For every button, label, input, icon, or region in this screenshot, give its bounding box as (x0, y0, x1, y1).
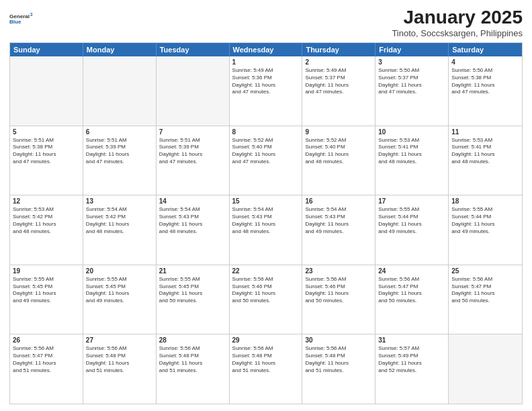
calendar-cell: 7Sunrise: 5:51 AM Sunset: 5:39 PM Daylig… (157, 126, 230, 195)
cell-info: Sunrise: 5:51 AM Sunset: 5:38 PM Dayligh… (13, 137, 80, 166)
logo: General Blue (9, 7, 34, 31)
calendar-cell: 9Sunrise: 5:52 AM Sunset: 5:40 PM Daylig… (302, 126, 375, 195)
cell-info: Sunrise: 5:50 AM Sunset: 5:37 PM Dayligh… (378, 67, 445, 96)
svg-text:Blue: Blue (9, 19, 21, 25)
day-number: 30 (305, 336, 372, 344)
cell-info: Sunrise: 5:53 AM Sunset: 5:41 PM Dayligh… (378, 137, 445, 166)
day-number: 3 (378, 58, 445, 66)
cell-info: Sunrise: 5:56 AM Sunset: 5:47 PM Dayligh… (451, 276, 519, 305)
calendar-cell: 21Sunrise: 5:55 AM Sunset: 5:45 PM Dayli… (157, 265, 230, 334)
calendar-cell: 11Sunrise: 5:53 AM Sunset: 5:41 PM Dayli… (449, 126, 522, 195)
cell-info: Sunrise: 5:49 AM Sunset: 5:37 PM Dayligh… (305, 67, 372, 96)
cell-info: Sunrise: 5:50 AM Sunset: 5:38 PM Dayligh… (451, 67, 519, 96)
header-day: Monday (83, 43, 157, 56)
day-number: 4 (451, 58, 519, 66)
cell-info: Sunrise: 5:55 AM Sunset: 5:44 PM Dayligh… (451, 206, 519, 235)
day-number: 5 (13, 128, 80, 136)
cell-info: Sunrise: 5:54 AM Sunset: 5:42 PM Dayligh… (86, 206, 153, 235)
day-number: 31 (378, 336, 445, 344)
cell-info: Sunrise: 5:53 AM Sunset: 5:42 PM Dayligh… (13, 206, 80, 235)
day-number: 2 (305, 58, 372, 66)
day-number: 11 (451, 128, 519, 136)
cell-info: Sunrise: 5:56 AM Sunset: 5:48 PM Dayligh… (305, 345, 372, 374)
header-day: Saturday (449, 43, 522, 56)
calendar: SundayMondayTuesdayWednesdayThursdayFrid… (9, 42, 523, 404)
calendar-cell: 30Sunrise: 5:56 AM Sunset: 5:48 PM Dayli… (302, 334, 375, 404)
title-block: January 2025 Tinoto, Soccsksargen, Phili… (392, 7, 523, 38)
calendar-cell: 27Sunrise: 5:56 AM Sunset: 5:48 PM Dayli… (83, 334, 157, 404)
calendar-cell: 1Sunrise: 5:49 AM Sunset: 5:36 PM Daylig… (230, 56, 303, 126)
calendar-body: 1Sunrise: 5:49 AM Sunset: 5:36 PM Daylig… (10, 56, 522, 404)
cell-info: Sunrise: 5:55 AM Sunset: 5:45 PM Dayligh… (86, 276, 153, 305)
day-number: 22 (232, 267, 300, 275)
day-number: 6 (86, 128, 153, 136)
header-day: Tuesday (157, 43, 230, 56)
cell-info: Sunrise: 5:56 AM Sunset: 5:47 PM Dayligh… (378, 276, 445, 305)
day-number: 7 (159, 128, 226, 136)
cell-info: Sunrise: 5:53 AM Sunset: 5:41 PM Dayligh… (451, 137, 519, 166)
calendar-cell: 10Sunrise: 5:53 AM Sunset: 5:41 PM Dayli… (375, 126, 449, 195)
calendar-row: 5Sunrise: 5:51 AM Sunset: 5:38 PM Daylig… (10, 126, 522, 196)
calendar-cell: 3Sunrise: 5:50 AM Sunset: 5:37 PM Daylig… (375, 56, 449, 126)
day-number: 24 (378, 267, 445, 275)
day-number: 27 (86, 336, 153, 344)
calendar-cell: 26Sunrise: 5:56 AM Sunset: 5:47 PM Dayli… (10, 334, 83, 404)
day-number: 16 (305, 197, 372, 205)
calendar-header: SundayMondayTuesdayWednesdayThursdayFrid… (10, 43, 522, 56)
cell-info: Sunrise: 5:56 AM Sunset: 5:48 PM Dayligh… (159, 345, 226, 374)
calendar-cell: 14Sunrise: 5:54 AM Sunset: 5:43 PM Dayli… (157, 195, 230, 265)
calendar-cell: 17Sunrise: 5:55 AM Sunset: 5:44 PM Dayli… (375, 195, 449, 265)
calendar-cell: 13Sunrise: 5:54 AM Sunset: 5:42 PM Dayli… (83, 195, 157, 265)
header-day: Friday (375, 43, 449, 56)
calendar-cell: 18Sunrise: 5:55 AM Sunset: 5:44 PM Dayli… (449, 195, 522, 265)
cell-info: Sunrise: 5:52 AM Sunset: 5:40 PM Dayligh… (305, 137, 372, 166)
calendar-cell (83, 56, 157, 126)
cell-info: Sunrise: 5:55 AM Sunset: 5:45 PM Dayligh… (159, 276, 226, 305)
calendar-cell (157, 56, 230, 126)
calendar-cell: 19Sunrise: 5:55 AM Sunset: 5:45 PM Dayli… (10, 265, 83, 334)
day-number: 20 (86, 267, 153, 275)
day-number: 18 (451, 197, 519, 205)
svg-marker-2 (30, 13, 34, 14)
header: General Blue January 2025 Tinoto, Soccsk… (9, 7, 523, 38)
header-day: Wednesday (230, 43, 303, 56)
calendar-cell: 29Sunrise: 5:56 AM Sunset: 5:48 PM Dayli… (230, 334, 303, 404)
calendar-cell: 24Sunrise: 5:56 AM Sunset: 5:47 PM Dayli… (375, 265, 449, 334)
calendar-cell (449, 334, 522, 404)
cell-info: Sunrise: 5:56 AM Sunset: 5:46 PM Dayligh… (305, 276, 372, 305)
day-number: 14 (159, 197, 226, 205)
cell-info: Sunrise: 5:52 AM Sunset: 5:40 PM Dayligh… (232, 137, 300, 166)
calendar-cell: 16Sunrise: 5:54 AM Sunset: 5:43 PM Dayli… (302, 195, 375, 265)
day-number: 25 (451, 267, 519, 275)
day-number: 12 (13, 197, 80, 205)
calendar-cell: 23Sunrise: 5:56 AM Sunset: 5:46 PM Dayli… (302, 265, 375, 334)
day-number: 26 (13, 336, 80, 344)
day-number: 21 (159, 267, 226, 275)
calendar-cell: 22Sunrise: 5:56 AM Sunset: 5:46 PM Dayli… (230, 265, 303, 334)
calendar-row: 12Sunrise: 5:53 AM Sunset: 5:42 PM Dayli… (10, 195, 522, 265)
day-number: 28 (159, 336, 226, 344)
calendar-cell: 6Sunrise: 5:51 AM Sunset: 5:39 PM Daylig… (83, 126, 157, 195)
day-number: 8 (232, 128, 300, 136)
calendar-cell: 15Sunrise: 5:54 AM Sunset: 5:43 PM Dayli… (230, 195, 303, 265)
calendar-row: 19Sunrise: 5:55 AM Sunset: 5:45 PM Dayli… (10, 265, 522, 335)
page-title: January 2025 (392, 7, 523, 28)
cell-info: Sunrise: 5:56 AM Sunset: 5:48 PM Dayligh… (232, 345, 300, 374)
day-number: 13 (86, 197, 153, 205)
page-subtitle: Tinoto, Soccsksargen, Philippines (392, 28, 523, 38)
day-number: 17 (378, 197, 445, 205)
cell-info: Sunrise: 5:51 AM Sunset: 5:39 PM Dayligh… (86, 137, 153, 166)
cell-info: Sunrise: 5:56 AM Sunset: 5:46 PM Dayligh… (232, 276, 300, 305)
cell-info: Sunrise: 5:55 AM Sunset: 5:44 PM Dayligh… (378, 206, 445, 235)
day-number: 9 (305, 128, 372, 136)
svg-text:General: General (9, 13, 30, 19)
header-day: Thursday (302, 43, 375, 56)
calendar-cell: 28Sunrise: 5:56 AM Sunset: 5:48 PM Dayli… (157, 334, 230, 404)
calendar-row: 1Sunrise: 5:49 AM Sunset: 5:36 PM Daylig… (10, 56, 522, 126)
day-number: 15 (232, 197, 300, 205)
calendar-row: 26Sunrise: 5:56 AM Sunset: 5:47 PM Dayli… (10, 334, 522, 404)
header-day: Sunday (10, 43, 83, 56)
calendar-cell: 31Sunrise: 5:57 AM Sunset: 5:49 PM Dayli… (375, 334, 449, 404)
cell-info: Sunrise: 5:54 AM Sunset: 5:43 PM Dayligh… (305, 206, 372, 235)
calendar-cell: 8Sunrise: 5:52 AM Sunset: 5:40 PM Daylig… (230, 126, 303, 195)
